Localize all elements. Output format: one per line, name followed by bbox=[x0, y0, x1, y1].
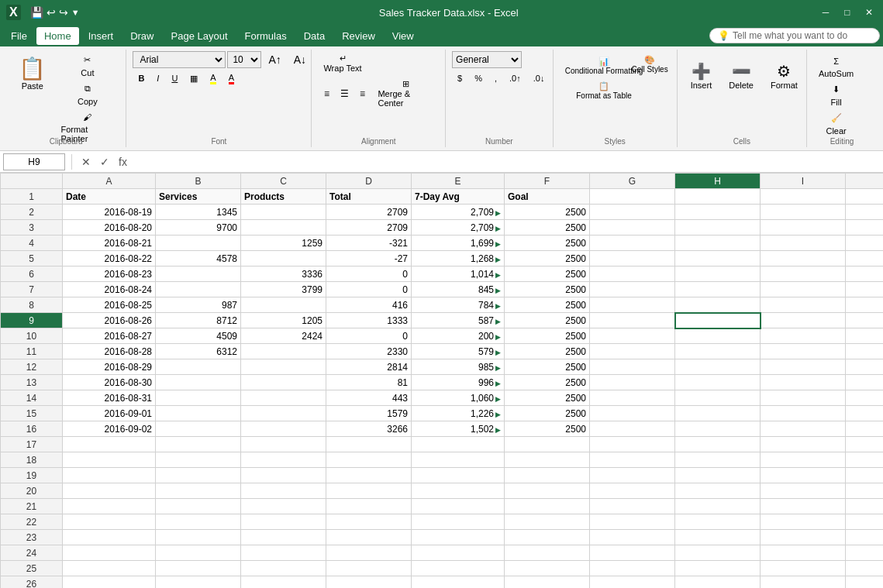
cell-r25-i[interactable] bbox=[761, 561, 846, 576]
cell-r26-c[interactable] bbox=[241, 576, 326, 589]
cell-r16-f[interactable]: 2500 bbox=[505, 421, 590, 437]
row-number-18[interactable]: 18 bbox=[1, 452, 63, 468]
italic-button[interactable]: I bbox=[151, 70, 164, 87]
font-family-select[interactable]: Arial bbox=[133, 51, 226, 68]
cell-r3-h[interactable] bbox=[675, 220, 761, 236]
cell-r8-g[interactable] bbox=[590, 297, 675, 313]
row-number-20[interactable]: 20 bbox=[1, 483, 63, 499]
tell-me-text[interactable]: Tell me what you want to do bbox=[733, 30, 847, 41]
cell-r26-b[interactable] bbox=[156, 576, 241, 589]
cell-r8-a[interactable]: 2016-08-25 bbox=[63, 297, 156, 313]
cell-r9-h[interactable] bbox=[675, 313, 761, 328]
cell-r4-g[interactable] bbox=[590, 236, 675, 251]
cell-r14-h[interactable] bbox=[675, 390, 761, 406]
cell-r11-e[interactable]: 579▶ bbox=[412, 344, 505, 359]
cell-r9-j[interactable] bbox=[846, 313, 884, 328]
clear-button[interactable]: 🧹 Clear bbox=[813, 111, 859, 138]
cell-r17-c[interactable] bbox=[241, 437, 326, 452]
cell-r3-a[interactable]: 2016-08-20 bbox=[63, 220, 156, 236]
cell-r8-d[interactable]: 416 bbox=[326, 297, 412, 313]
row-number-15[interactable]: 15 bbox=[1, 406, 63, 421]
cell-r21-d[interactable] bbox=[326, 499, 412, 514]
cell-r16-j[interactable] bbox=[846, 421, 884, 437]
cell-r17-f[interactable] bbox=[505, 437, 590, 452]
cell-r1-i[interactable] bbox=[761, 189, 846, 205]
cell-r20-i[interactable] bbox=[761, 483, 846, 499]
cell-r15-c[interactable] bbox=[241, 406, 326, 421]
cell-r6-g[interactable] bbox=[590, 266, 675, 282]
cell-r6-b[interactable] bbox=[156, 266, 241, 282]
cell-r19-b[interactable] bbox=[156, 468, 241, 483]
cell-r10-i[interactable] bbox=[761, 328, 846, 344]
cell-r18-g[interactable] bbox=[590, 452, 675, 468]
merge-center-button[interactable]: ⊞ Merge & Center bbox=[372, 77, 439, 110]
cell-r12-f[interactable]: 2500 bbox=[505, 359, 590, 375]
cell-r18-a[interactable] bbox=[63, 452, 156, 468]
cell-r26-g[interactable] bbox=[590, 576, 675, 589]
cell-r26-f[interactable] bbox=[505, 576, 590, 589]
cell-r1-j[interactable] bbox=[846, 189, 884, 205]
col-header-c[interactable]: C bbox=[241, 174, 326, 189]
cell-r21-a[interactable] bbox=[63, 499, 156, 514]
cell-r17-i[interactable] bbox=[761, 437, 846, 452]
cell-r20-g[interactable] bbox=[590, 483, 675, 499]
cell-r1-c[interactable]: Products bbox=[241, 189, 326, 205]
cell-r12-g[interactable] bbox=[590, 359, 675, 375]
cell-r17-h[interactable] bbox=[675, 437, 761, 452]
increase-font-button[interactable]: A↑ bbox=[263, 51, 286, 68]
cell-r5-b[interactable]: 4578 bbox=[156, 251, 241, 266]
confirm-formula-button[interactable]: ✓ bbox=[97, 156, 112, 168]
cell-r10-c[interactable]: 2424 bbox=[241, 328, 326, 344]
menu-home[interactable]: Home bbox=[36, 27, 79, 45]
decrease-decimal-button[interactable]: .0↓ bbox=[528, 70, 550, 87]
menu-page-layout[interactable]: Page Layout bbox=[164, 27, 236, 45]
cell-r17-e[interactable] bbox=[412, 437, 505, 452]
cell-r11-a[interactable]: 2016-08-28 bbox=[63, 344, 156, 359]
col-header-i[interactable]: I bbox=[761, 174, 846, 189]
cell-r20-d[interactable] bbox=[326, 483, 412, 499]
cell-r23-i[interactable] bbox=[761, 530, 846, 545]
cell-r23-g[interactable] bbox=[590, 530, 675, 545]
cell-r14-d[interactable]: 443 bbox=[326, 390, 412, 406]
cell-r4-j[interactable] bbox=[846, 236, 884, 251]
cell-r14-g[interactable] bbox=[590, 390, 675, 406]
cell-r9-e[interactable]: 587▶ bbox=[412, 313, 505, 328]
cell-r12-c[interactable] bbox=[241, 359, 326, 375]
formula-input[interactable] bbox=[133, 156, 880, 167]
cell-r21-b[interactable] bbox=[156, 499, 241, 514]
delete-button[interactable]: ➖ Delete bbox=[722, 54, 761, 98]
row-number-23[interactable]: 23 bbox=[1, 530, 63, 545]
cell-styles-button[interactable]: 🎨 Cell Styles bbox=[626, 53, 673, 76]
row-number-17[interactable]: 17 bbox=[1, 437, 63, 452]
cell-r1-a[interactable]: Date bbox=[63, 189, 156, 205]
cell-r19-f[interactable] bbox=[505, 468, 590, 483]
cell-r15-g[interactable] bbox=[590, 406, 675, 421]
cell-r26-h[interactable] bbox=[675, 576, 761, 589]
cell-r24-f[interactable] bbox=[505, 545, 590, 561]
cell-r12-b[interactable] bbox=[156, 359, 241, 375]
cell-r25-g[interactable] bbox=[590, 561, 675, 576]
cell-r7-i[interactable] bbox=[761, 282, 846, 297]
menu-data[interactable]: Data bbox=[296, 27, 333, 45]
cell-r13-a[interactable]: 2016-08-30 bbox=[63, 375, 156, 390]
cell-r9-i[interactable] bbox=[761, 313, 846, 328]
cell-r18-c[interactable] bbox=[241, 452, 326, 468]
cell-r23-d[interactable] bbox=[326, 530, 412, 545]
row-number-19[interactable]: 19 bbox=[1, 468, 63, 483]
cell-r25-d[interactable] bbox=[326, 561, 412, 576]
increase-decimal-button[interactable]: .0↑ bbox=[504, 70, 526, 87]
row-number-24[interactable]: 24 bbox=[1, 545, 63, 561]
cell-r7-c[interactable]: 3799 bbox=[241, 282, 326, 297]
comma-button[interactable]: , bbox=[489, 70, 502, 87]
cell-r11-d[interactable]: 2330 bbox=[326, 344, 412, 359]
cell-r23-j[interactable] bbox=[846, 530, 884, 545]
row-number-1[interactable]: 1 bbox=[1, 189, 63, 205]
cell-r4-h[interactable] bbox=[675, 236, 761, 251]
cell-r3-d[interactable]: 2709 bbox=[326, 220, 412, 236]
cell-r2-d[interactable]: 2709 bbox=[326, 205, 412, 220]
cell-r8-f[interactable]: 2500 bbox=[505, 297, 590, 313]
cell-r26-a[interactable] bbox=[63, 576, 156, 589]
cell-r11-f[interactable]: 2500 bbox=[505, 344, 590, 359]
minimize-button[interactable]: ─ bbox=[818, 5, 833, 20]
col-header-g[interactable]: G bbox=[590, 174, 675, 189]
